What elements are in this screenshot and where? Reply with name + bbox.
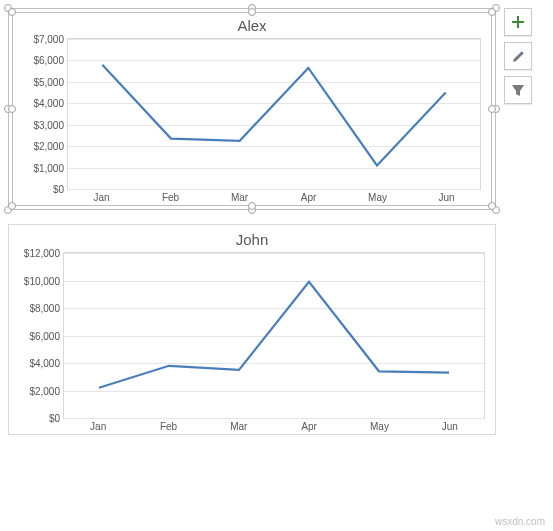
resize-handle[interactable] [8, 8, 16, 16]
y-tick-label: $2,000 [14, 141, 64, 152]
x-tick-label: May [344, 421, 414, 432]
x-tick-label: Mar [204, 421, 274, 432]
x-tick-label: Jun [412, 192, 481, 203]
x-tick-label: Apr [274, 421, 344, 432]
resize-handle[interactable] [488, 8, 496, 16]
resize-handle[interactable] [8, 202, 16, 210]
chart-side-buttons [504, 8, 532, 104]
y-tick-label: $2,000 [10, 385, 60, 396]
plot-area[interactable]: $0$1,000$2,000$3,000$4,000$5,000$6,000$7… [67, 38, 481, 190]
x-tick-label: Jan [67, 192, 136, 203]
y-tick-label: $7,000 [14, 34, 64, 45]
plot-area[interactable]: $0$2,000$4,000$6,000$8,000$10,000$12,000 [63, 252, 485, 419]
resize-handle[interactable] [488, 105, 496, 113]
y-tick-label: $0 [10, 413, 60, 424]
chart-title[interactable]: Alex [17, 17, 487, 34]
gridline [64, 418, 484, 419]
x-tick-label: Feb [136, 192, 205, 203]
chart-styles-button[interactable] [504, 42, 532, 70]
y-tick-label: $4,000 [14, 98, 64, 109]
chart-selection-outer: Alex $0$1,000$2,000$3,000$4,000$5,000$6,… [8, 8, 496, 210]
y-tick-label: $4,000 [10, 358, 60, 369]
chart-john[interactable]: John $0$2,000$4,000$6,000$8,000$10,000$1… [8, 224, 496, 435]
plus-icon [511, 15, 525, 29]
y-tick-label: $8,000 [10, 303, 60, 314]
y-tick-label: $10,000 [10, 275, 60, 286]
x-axis-labels: JanFebMarAprMayJun [63, 419, 485, 432]
y-tick-label: $5,000 [14, 76, 64, 87]
resize-handle[interactable] [248, 8, 256, 16]
x-tick-label: Jan [63, 421, 133, 432]
chart-selection-inner: Alex $0$1,000$2,000$3,000$4,000$5,000$6,… [12, 12, 492, 206]
brush-icon [510, 48, 526, 64]
x-tick-label: Feb [133, 421, 203, 432]
resize-handle[interactable] [488, 202, 496, 210]
y-tick-label: $12,000 [10, 248, 60, 259]
chart-elements-button[interactable] [504, 8, 532, 36]
y-tick-label: $0 [14, 184, 64, 195]
data-series-line[interactable] [68, 39, 480, 189]
x-axis-labels: JanFebMarAprMayJun [67, 190, 481, 203]
y-tick-label: $3,000 [14, 119, 64, 130]
chart-title[interactable]: John [13, 231, 491, 248]
x-tick-label: Apr [274, 192, 343, 203]
resize-handle[interactable] [8, 105, 16, 113]
x-tick-label: Jun [415, 421, 485, 432]
y-tick-label: $6,000 [14, 55, 64, 66]
gridline [68, 189, 480, 190]
resize-handle[interactable] [248, 202, 256, 210]
chart-alex[interactable]: Alex $0$1,000$2,000$3,000$4,000$5,000$6,… [8, 8, 496, 210]
funnel-icon [511, 83, 525, 97]
data-series-line[interactable] [64, 253, 484, 418]
x-tick-label: Mar [205, 192, 274, 203]
y-tick-label: $1,000 [14, 162, 64, 173]
y-tick-label: $6,000 [10, 330, 60, 341]
x-tick-label: May [343, 192, 412, 203]
chart-filters-button[interactable] [504, 76, 532, 104]
